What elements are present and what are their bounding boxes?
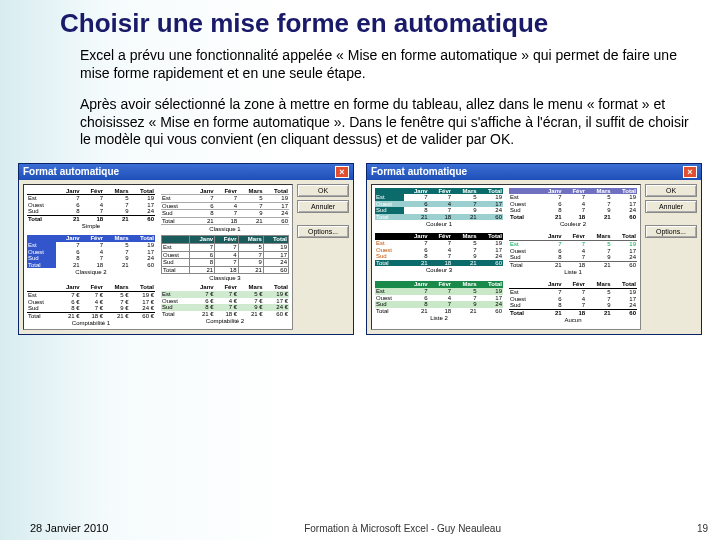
dialog-left: Format automatique × JanvFévrMarsTotalEs… bbox=[18, 163, 354, 336]
paragraph-2: Après avoir sélectionné la zone à mettre… bbox=[0, 92, 720, 149]
paragraph-1: Excel a prévu une fonctionnalité appelée… bbox=[0, 43, 720, 82]
format-grid-left[interactable]: JanvFévrMarsTotalEst77519Ouest64717Sud87… bbox=[23, 184, 293, 331]
sample-label: Comptabilité 1 bbox=[72, 320, 110, 326]
sample-label: Couleur 1 bbox=[426, 221, 452, 227]
cancel-button[interactable]: Annuler bbox=[297, 200, 349, 213]
sample-label: Classique 2 bbox=[75, 269, 106, 275]
sample-color1[interactable]: JanvFévrMarsTotalEst77519Ouest64717Sud87… bbox=[375, 188, 503, 231]
sample-label: Comptabilité 2 bbox=[206, 318, 244, 324]
sample-label: Classique 1 bbox=[209, 226, 240, 232]
button-column: OK Annuler Options... bbox=[645, 184, 697, 331]
ok-button[interactable]: OK bbox=[645, 184, 697, 197]
sample-color2[interactable]: JanvFévrMarsTotalEst77519Ouest64717Sud87… bbox=[509, 188, 637, 231]
close-icon[interactable]: × bbox=[683, 166, 697, 178]
dialog-right: Format automatique × JanvFévrMarsTotalEs… bbox=[366, 163, 702, 336]
format-grid-right[interactable]: JanvFévrMarsTotalEst77519Ouest64717Sud87… bbox=[371, 184, 641, 331]
sample-label: Liste 2 bbox=[430, 315, 448, 321]
options-button[interactable]: Options... bbox=[645, 225, 697, 238]
sample-label: Simple bbox=[82, 223, 100, 229]
dialog-titlebar: Format automatique × bbox=[19, 164, 353, 180]
options-button[interactable]: Options... bbox=[297, 225, 349, 238]
sample-label: Liste 1 bbox=[564, 269, 582, 275]
footer-date: 28 Janvier 2010 bbox=[30, 522, 108, 534]
ok-button[interactable]: OK bbox=[297, 184, 349, 197]
sample-classic2[interactable]: JanvFévrMarsTotalEst77519Ouest64717Sud87… bbox=[27, 235, 155, 281]
sample-label: Aucun bbox=[564, 317, 581, 323]
dialog-titlebar: Format automatique × bbox=[367, 164, 701, 180]
sample-list2[interactable]: JanvFévrMarsTotalEst77519Ouest64717Sud87… bbox=[375, 281, 503, 326]
dialog-title-text: Format automatique bbox=[23, 166, 119, 177]
sample-list1[interactable]: JanvFévrMarsTotalEst77519Ouest64717Sud87… bbox=[509, 233, 637, 278]
close-icon[interactable]: × bbox=[335, 166, 349, 178]
page-title: Choisir une mise forme en automatique bbox=[0, 0, 720, 43]
sample-comp2[interactable]: JanvFévrMarsTotalEst7 €7 €5 €19 €Ouest6 … bbox=[161, 284, 289, 326]
sample-color3[interactable]: JanvFévrMarsTotalEst77519Ouest64717Sud87… bbox=[375, 233, 503, 278]
button-column: OK Annuler Options... bbox=[297, 184, 349, 331]
footer: 28 Janvier 2010 Formation à Microsoft Ex… bbox=[0, 522, 720, 534]
sample-label: Classique 3 bbox=[209, 275, 240, 281]
footer-page: 19 bbox=[697, 523, 708, 534]
sample-label: Couleur 2 bbox=[560, 221, 586, 227]
cancel-button[interactable]: Annuler bbox=[645, 200, 697, 213]
footer-center: Formation à Microsoft Excel - Guy Neaule… bbox=[304, 523, 501, 534]
sample-classic3[interactable]: JanvFévrMarsTotalEst77519Ouest64717Sud87… bbox=[161, 235, 289, 281]
sample-none[interactable]: JanvFévrMarsTotalEst77519Ouest64717Sud87… bbox=[509, 281, 637, 326]
dialog-title-text: Format automatique bbox=[371, 166, 467, 177]
sample-simple[interactable]: JanvFévrMarsTotalEst77519Ouest64717Sud87… bbox=[27, 188, 155, 233]
sample-label: Couleur 3 bbox=[426, 267, 452, 273]
sample-classic1[interactable]: JanvFévrMarsTotalEst77519Ouest64717Sud87… bbox=[161, 188, 289, 233]
dialogs-row: Format automatique × JanvFévrMarsTotalEs… bbox=[0, 149, 720, 336]
sample-comp1[interactable]: JanvFévrMarsTotalEst7 €7 €5 €19 €Ouest6 … bbox=[27, 284, 155, 326]
